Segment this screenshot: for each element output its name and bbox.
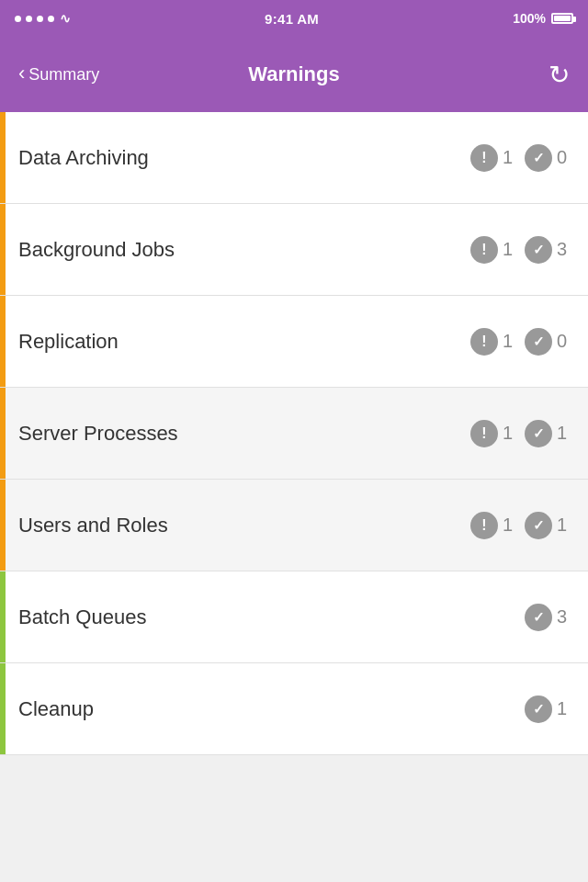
- status-time: 9:41 AM: [265, 11, 319, 27]
- item-label-batch-queues: Batch Queues: [18, 605, 525, 629]
- check-badge-server-processes: 1: [525, 420, 570, 447]
- signal-dot-4: [48, 16, 54, 22]
- signal-dot-2: [26, 16, 32, 22]
- status-left: ∿: [15, 11, 71, 26]
- warning-count-users-and-roles: 1: [503, 514, 515, 536]
- status-right: 100%: [513, 11, 573, 26]
- list-item-users-and-roles[interactable]: Users and Roles11: [0, 480, 588, 571]
- check-badge-replication: 0: [525, 328, 570, 356]
- signal-dot-1: [15, 16, 21, 22]
- list-item-background-jobs[interactable]: Background Jobs13: [0, 204, 588, 296]
- item-label-server-processes: Server Processes: [18, 422, 470, 446]
- item-badges-server-processes: 11: [470, 420, 570, 447]
- warning-count-background-jobs: 1: [503, 239, 515, 260]
- check-count-data-archiving: 0: [557, 147, 570, 168]
- list-item-server-processes[interactable]: Server Processes11: [0, 388, 588, 480]
- back-chevron-icon: ‹: [18, 63, 25, 84]
- check-count-users-and-roles: 1: [557, 514, 570, 536]
- check-icon-server-processes: [525, 420, 552, 447]
- warning-badge-replication: 1: [470, 328, 515, 356]
- check-icon-batch-queues: [525, 604, 552, 631]
- warning-badge-background-jobs: 1: [470, 236, 515, 264]
- check-icon-cleanup: [525, 695, 552, 723]
- check-badge-data-archiving: 0: [525, 144, 570, 172]
- warning-badge-data-archiving: 1: [470, 144, 515, 172]
- item-badges-replication: 10: [470, 328, 570, 356]
- warning-icon-users-and-roles: [470, 512, 498, 539]
- warning-icon-server-processes: [470, 420, 498, 447]
- check-count-background-jobs: 3: [557, 239, 570, 260]
- warning-icon-data-archiving: [470, 144, 498, 172]
- battery-percent: 100%: [513, 11, 546, 26]
- warning-badge-server-processes: 1: [470, 420, 515, 447]
- list-item-data-archiving[interactable]: Data Archiving10: [0, 112, 588, 204]
- battery-icon: [551, 13, 573, 24]
- item-label-users-and-roles: Users and Roles: [18, 514, 470, 537]
- signal-dots: [15, 16, 54, 22]
- item-label-background-jobs: Background Jobs: [18, 238, 470, 262]
- nav-bar: ‹ Summary Warnings ↻: [0, 37, 588, 112]
- check-count-batch-queues: 3: [557, 606, 570, 628]
- signal-dot-3: [37, 16, 43, 22]
- item-badges-users-and-roles: 11: [470, 512, 570, 539]
- warning-icon-replication: [470, 328, 498, 356]
- status-bar: ∿ 9:41 AM 100%: [0, 0, 588, 37]
- list-item-replication[interactable]: Replication10: [0, 296, 588, 388]
- check-count-replication: 0: [557, 331, 570, 352]
- check-icon-users-and-roles: [525, 512, 552, 539]
- warnings-list: Data Archiving10Background Jobs13Replica…: [0, 112, 588, 755]
- list-item-batch-queues[interactable]: Batch Queues3: [0, 571, 588, 663]
- back-button[interactable]: ‹ Summary: [18, 65, 99, 85]
- check-badge-users-and-roles: 1: [525, 512, 570, 539]
- item-label-cleanup: Cleanup: [18, 697, 525, 721]
- item-badges-background-jobs: 13: [470, 236, 570, 264]
- warning-count-server-processes: 1: [503, 423, 515, 444]
- check-count-server-processes: 1: [557, 423, 570, 444]
- warning-count-replication: 1: [503, 331, 515, 352]
- warning-icon-background-jobs: [470, 236, 498, 264]
- warning-count-data-archiving: 1: [503, 147, 515, 168]
- refresh-button[interactable]: ↻: [548, 60, 570, 90]
- item-label-replication: Replication: [18, 330, 470, 354]
- nav-title: Warnings: [248, 62, 339, 86]
- check-badge-background-jobs: 3: [525, 236, 570, 264]
- warning-badge-users-and-roles: 1: [470, 512, 515, 539]
- check-icon-background-jobs: [525, 236, 552, 264]
- check-icon-replication: [525, 328, 552, 356]
- item-badges-cleanup: 1: [525, 695, 570, 723]
- item-badges-batch-queues: 3: [525, 604, 570, 631]
- check-badge-batch-queues: 3: [525, 604, 570, 631]
- item-badges-data-archiving: 10: [470, 144, 570, 172]
- item-label-data-archiving: Data Archiving: [18, 146, 470, 170]
- check-count-cleanup: 1: [557, 698, 570, 719]
- back-label: Summary: [28, 65, 99, 85]
- check-icon-data-archiving: [525, 144, 552, 172]
- list-item-cleanup[interactable]: Cleanup1: [0, 663, 588, 755]
- wifi-icon: ∿: [60, 11, 71, 26]
- battery-fill: [554, 16, 571, 21]
- check-badge-cleanup: 1: [525, 695, 570, 723]
